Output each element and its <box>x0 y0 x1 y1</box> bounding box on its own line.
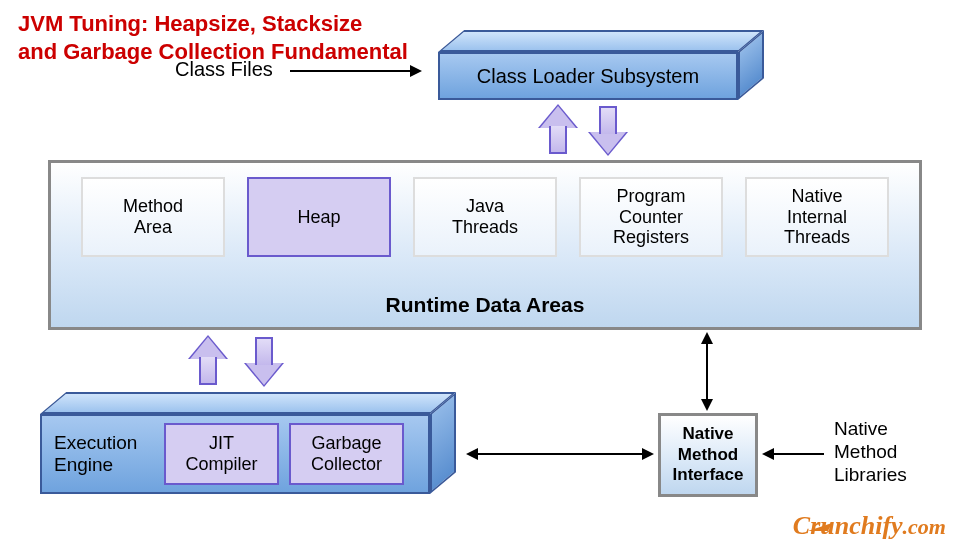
arrow-rda-nmi <box>706 334 708 409</box>
class-loader-label: Class Loader Subsystem <box>477 65 699 88</box>
native-method-libraries-label: Native Method Libraries <box>834 418 907 486</box>
brand-logo: Crunchify.com <box>793 511 946 541</box>
arrow-nml-to-nmi <box>764 453 824 455</box>
rda-title: Runtime Data Areas <box>51 293 919 317</box>
fatarrow-rda-to-loader <box>540 106 576 154</box>
class-files-label: Class Files <box>175 57 273 81</box>
arrow-exec-nmi <box>468 453 652 455</box>
garbage-collector-box: Garbage Collector <box>289 423 404 485</box>
rda-method-area: Method Area <box>81 177 225 257</box>
fatarrow-rda-to-exec <box>246 337 282 385</box>
arrow-classfiles-to-loader <box>290 70 420 72</box>
rda-native-threads: Native Internal Threads <box>745 177 889 257</box>
native-method-interface-box: Native Method Interface <box>658 413 758 497</box>
execution-engine-label: Execution Engine <box>54 432 154 476</box>
jit-compiler-box: JIT Compiler <box>164 423 279 485</box>
fatarrow-exec-to-rda <box>190 337 226 385</box>
rda-java-threads: Java Threads <box>413 177 557 257</box>
rda-boxes-row: Method Area Heap Java Threads Program Co… <box>81 177 889 257</box>
title-line1: JVM Tuning: Heapsize, Stacksize <box>18 11 362 36</box>
rda-pc-registers: Program Counter Registers <box>579 177 723 257</box>
runtime-data-areas-panel: Method Area Heap Java Threads Program Co… <box>48 160 922 330</box>
rda-heap: Heap <box>247 177 391 257</box>
execution-engine-block: Execution Engine JIT Compiler Garbage Co… <box>40 392 456 494</box>
fatarrow-loader-to-rda <box>590 106 626 154</box>
brand-name: Crunchify <box>793 511 903 540</box>
class-loader-block: Class Loader Subsystem <box>438 30 764 100</box>
brand-suffix: .com <box>903 514 946 539</box>
